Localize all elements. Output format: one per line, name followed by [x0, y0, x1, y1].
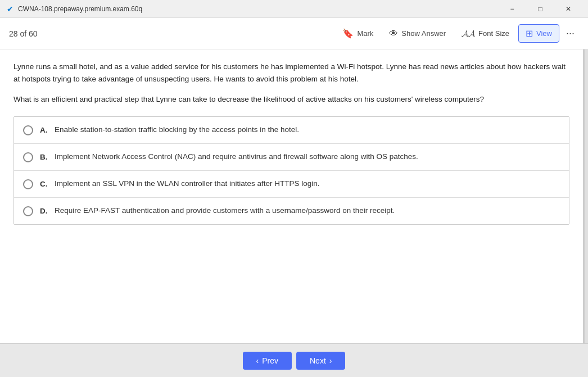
- option-b-letter: B.: [40, 153, 51, 161]
- option-a-text: Enable station-to-station traffic blocki…: [55, 125, 299, 135]
- main-content: Lynne runs a small hotel, and as a value…: [0, 49, 585, 343]
- options-container: A. Enable station-to-station traffic blo…: [13, 116, 569, 225]
- font-size-button[interactable]: 𝓐𝓐 Font Size: [455, 25, 516, 42]
- mark-button[interactable]: 🔖 Mark: [336, 25, 380, 42]
- window-controls: − □ ✕: [499, 0, 581, 18]
- question-counter: 28 of 60: [9, 29, 38, 38]
- radio-c[interactable]: [23, 179, 33, 189]
- question-scenario: Lynne runs a small hotel, and as a value…: [13, 61, 569, 85]
- radio-a[interactable]: [23, 125, 33, 135]
- option-d-text: Require EAP-FAST authentication and prov…: [55, 206, 395, 216]
- font-icon: 𝓐𝓐: [462, 29, 475, 39]
- font-size-label: Font Size: [478, 29, 509, 38]
- option-c[interactable]: C. Implement an SSL VPN in the WLAN cont…: [14, 171, 569, 198]
- bottom-nav: ‹ Prev Next ›: [0, 343, 588, 377]
- show-answer-label: Show Answer: [401, 29, 446, 38]
- minimize-button[interactable]: −: [499, 0, 525, 18]
- window-title: CWNA-108.prepaway.premium.exam.60q: [18, 5, 499, 13]
- option-d-letter: D.: [40, 207, 51, 215]
- option-b-text: Implement Network Access Control (NAC) a…: [55, 152, 418, 162]
- prev-arrow: ‹: [256, 356, 259, 365]
- option-c-letter: C.: [40, 180, 51, 188]
- prev-button[interactable]: ‹ Prev: [243, 352, 292, 370]
- bookmark-icon: 🔖: [342, 28, 354, 39]
- option-c-text: Implement an SSL VPN in the WLAN control…: [55, 179, 319, 189]
- app-icon: ✔: [7, 4, 13, 13]
- option-d[interactable]: D. Require EAP-FAST authentication and p…: [14, 198, 569, 224]
- next-button[interactable]: Next ›: [296, 352, 345, 370]
- show-answer-button[interactable]: 👁 Show Answer: [382, 25, 453, 42]
- view-icon: ⊞: [526, 28, 533, 39]
- title-bar: ✔ CWNA-108.prepaway.premium.exam.60q − □…: [0, 0, 588, 18]
- toolbar: 28 of 60 🔖 Mark 👁 Show Answer 𝓐𝓐 Font Si…: [0, 18, 588, 49]
- option-b[interactable]: B. Implement Network Access Control (NAC…: [14, 144, 569, 171]
- next-label: Next: [310, 356, 326, 365]
- option-a[interactable]: A. Enable station-to-station traffic blo…: [14, 117, 569, 144]
- radio-d[interactable]: [23, 206, 33, 216]
- view-label: View: [536, 29, 552, 38]
- radio-b[interactable]: [23, 152, 33, 162]
- next-arrow: ›: [329, 356, 332, 365]
- question-prompt: What is an efficient and practical step …: [13, 94, 569, 105]
- option-a-letter: A.: [40, 126, 51, 134]
- prev-label: Prev: [262, 356, 278, 365]
- more-button[interactable]: ···: [562, 24, 579, 43]
- eye-icon: 👁: [389, 29, 398, 39]
- mark-label: Mark: [357, 29, 373, 38]
- maximize-button[interactable]: □: [527, 0, 553, 18]
- toolbar-actions: 🔖 Mark 👁 Show Answer 𝓐𝓐 Font Size ⊞ View…: [336, 24, 579, 43]
- view-button[interactable]: ⊞ View: [518, 24, 559, 43]
- close-button[interactable]: ✕: [555, 0, 581, 18]
- page-wrapper: Lynne runs a small hotel, and as a value…: [0, 49, 588, 343]
- right-scrollbar: [585, 49, 588, 343]
